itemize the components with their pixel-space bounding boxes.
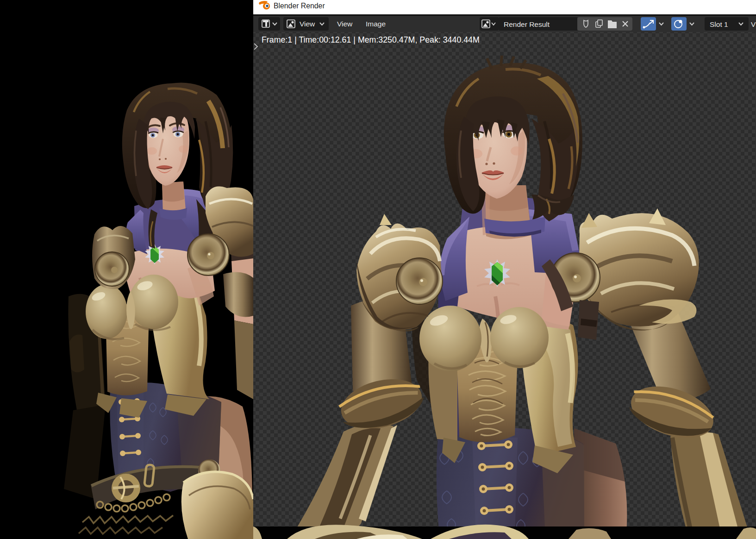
svg-text:Image: Image bbox=[366, 20, 386, 28]
svg-text:Frame:1 | Time:00:12.61 | Mem:: Frame:1 | Time:00:12.61 | Mem:3250.47M, … bbox=[262, 35, 480, 44]
svg-text:V: V bbox=[751, 20, 756, 28]
svg-text:Blender Render: Blender Render bbox=[274, 2, 325, 10]
svg-text:Render Result: Render Result bbox=[504, 20, 550, 28]
svg-text:Slot 1: Slot 1 bbox=[710, 20, 728, 28]
svg-text:View: View bbox=[300, 20, 315, 28]
svg-text:View: View bbox=[337, 20, 353, 28]
